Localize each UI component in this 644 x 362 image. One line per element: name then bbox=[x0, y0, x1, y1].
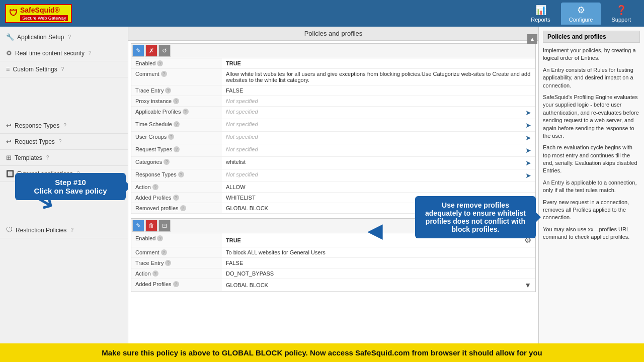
added-label: Added Profiles? bbox=[135, 281, 218, 287]
enabled-value: TRUE bbox=[226, 237, 241, 243]
sidebar-item-label: Restriction Policies bbox=[16, 227, 66, 234]
proxy-label: Proxy instance? bbox=[135, 98, 218, 104]
right-panel: Policies and profiles Implement your pol… bbox=[538, 27, 644, 343]
categories-label: Categories? bbox=[135, 159, 218, 165]
scroll-up-button[interactable]: ▲ bbox=[527, 34, 537, 44]
help-icon: ? bbox=[152, 184, 158, 190]
action-label: Action? bbox=[135, 270, 218, 277]
nav-reports[interactable]: 📊 Reports bbox=[523, 3, 558, 25]
callout-arrow-icon: ◀ bbox=[367, 219, 383, 242]
table-row: Comment? Allow white list websites for a… bbox=[131, 69, 535, 85]
content-area: Policies and profiles ✎ ✗ ↺ Enabled? TRU… bbox=[128, 27, 538, 343]
right-panel-para-5: Every new request in a connection, remov… bbox=[543, 199, 640, 222]
nav-arrow-icon[interactable]: ➤ bbox=[525, 109, 531, 117]
table-row: Added Profiles? GLOBAL BLOCK ▼ bbox=[131, 279, 535, 292]
response-icon: ↩ bbox=[6, 122, 12, 129]
nav-arrow-icon[interactable]: ➤ bbox=[525, 171, 531, 179]
edit-button-2[interactable]: ✎ bbox=[132, 220, 144, 232]
help-icon: ? bbox=[68, 34, 71, 40]
delete-button-1[interactable]: ✗ bbox=[145, 45, 157, 57]
sidebar: 🔧 Application Setup ? ⚙ Real time conten… bbox=[0, 27, 128, 343]
action-value: ALLOW bbox=[226, 184, 246, 190]
added-value: WHITELIST bbox=[226, 195, 256, 201]
sidebar-item-realtime[interactable]: ⚙ Real time content security ? bbox=[0, 45, 128, 61]
help-icon: ? bbox=[157, 60, 163, 66]
profiles-value: Not specified bbox=[226, 109, 258, 115]
external-icon: 🔲 bbox=[6, 170, 14, 177]
help-icon: ? bbox=[173, 98, 179, 104]
sidebar-item-label: Templates bbox=[15, 154, 42, 161]
sidebar-item-label: Custom Settings bbox=[13, 66, 57, 73]
table-row: User Groups? Not specified➤ bbox=[131, 132, 535, 144]
app-setup-icon: 🔧 bbox=[6, 33, 14, 41]
comment-value: To block ALL websites for General Users bbox=[226, 249, 326, 255]
help-icon: ? bbox=[61, 66, 64, 72]
sidebar-item-response-types[interactable]: ↩ Response Types ? bbox=[0, 118, 128, 134]
comment-label: Comment? bbox=[135, 71, 218, 77]
request-icon: ↩ bbox=[6, 138, 12, 145]
table-row: Comment? To block ALL websites for Gener… bbox=[131, 247, 535, 258]
realtime-icon: ⚙ bbox=[6, 49, 12, 57]
resptypes-value: Not specified bbox=[226, 171, 258, 177]
reset-button-2[interactable]: ⊟ bbox=[158, 220, 171, 232]
action-value: DO_NOT_BYPASS bbox=[226, 270, 274, 277]
sidebar-item-custom-settings[interactable]: ≡ Custom Settings ? bbox=[0, 61, 128, 77]
help-icon: ? bbox=[180, 205, 186, 211]
nav-arrow-icon[interactable]: ➤ bbox=[525, 121, 531, 129]
trace-label: Trace Entry? bbox=[135, 87, 218, 94]
proxy-value: Not specified bbox=[226, 98, 258, 104]
sidebar-item-request-types[interactable]: ↩ Request Types ? bbox=[0, 134, 128, 150]
right-panel-para-1: An Entry consists of Rules for testing a… bbox=[543, 66, 640, 89]
nav-configure-label: Configure bbox=[569, 17, 593, 23]
help-icon: ? bbox=[178, 171, 184, 177]
nav-reports-label: Reports bbox=[531, 17, 550, 23]
categories-value: whitelist bbox=[226, 159, 246, 165]
added-value: GLOBAL BLOCK bbox=[226, 282, 268, 288]
sidebar-item-application-setup[interactable]: 🔧 Application Setup ? bbox=[0, 29, 128, 45]
enabled-value: TRUE bbox=[226, 60, 241, 66]
edit-button-1[interactable]: ✎ bbox=[132, 45, 144, 57]
restriction-icon: 🛡 bbox=[6, 226, 13, 234]
sidebar-item-templates[interactable]: ⊞ Templates ? bbox=[0, 150, 128, 166]
configure-icon: ⚙ bbox=[577, 5, 585, 16]
bottom-banner: Make sure this policy is above to GLOBAL… bbox=[0, 343, 644, 362]
nav-arrow-icon[interactable]: ➤ bbox=[525, 159, 531, 167]
sidebar-item-restriction-policies[interactable]: 🛡 Restriction Policies ? bbox=[0, 222, 128, 238]
header-nav: 📊 Reports ⚙ Configure ❓ Support bbox=[523, 3, 639, 25]
trace-label: Trace Entry? bbox=[135, 260, 218, 266]
help-icon: ? bbox=[173, 195, 179, 201]
step-line1: Step #10 bbox=[23, 178, 118, 187]
help-icon: ? bbox=[63, 123, 66, 128]
nav-support[interactable]: ❓ Support bbox=[603, 3, 639, 25]
help-icon: ? bbox=[164, 159, 170, 165]
comment-value: Allow white list websites for all users … bbox=[226, 71, 530, 83]
scroll-down-icon[interactable]: ▼ bbox=[524, 281, 531, 289]
reset-button-1[interactable]: ↺ bbox=[158, 45, 171, 57]
custom-icon: ≡ bbox=[6, 65, 10, 73]
help-icon: ? bbox=[161, 249, 167, 255]
table-row: Applicable Profiles? Not specified➤ bbox=[131, 107, 535, 119]
nav-arrow-icon[interactable]: ➤ bbox=[525, 146, 531, 154]
nav-configure[interactable]: ⚙ Configure bbox=[561, 3, 601, 25]
sidebar-item-label: Application Setup bbox=[17, 34, 64, 41]
bottom-banner-text: Make sure this policy is above to GLOBAL… bbox=[102, 348, 542, 357]
comment-label: Comment? bbox=[135, 249, 218, 255]
main-container: 🔧 Application Setup ? ⚙ Real time conten… bbox=[0, 27, 644, 343]
table-row: Proxy instance? Not specified bbox=[131, 96, 535, 107]
policy-toolbar-1: ✎ ✗ ↺ bbox=[131, 44, 535, 58]
support-icon: ❓ bbox=[616, 5, 627, 16]
action-label: Action? bbox=[135, 184, 218, 190]
policy-entry-1: ✎ ✗ ↺ Enabled? TRUE Comment? Allow white… bbox=[131, 43, 536, 214]
nav-arrow-icon[interactable]: ➤ bbox=[525, 134, 531, 142]
delete-button-2[interactable]: 🗑 bbox=[145, 220, 157, 232]
table-row: Trace Entry? FALSE bbox=[131, 258, 535, 268]
help-icon: ? bbox=[165, 87, 171, 94]
step-line2: Click on Save policy bbox=[23, 187, 118, 195]
enabled-label: Enabled? bbox=[135, 235, 218, 241]
right-panel-para-2: SafeSquid's Profiling Engine evaluates y… bbox=[543, 94, 640, 140]
resptypes-label: Response Types? bbox=[135, 171, 218, 177]
help-icon: ? bbox=[183, 109, 189, 115]
sidebar-item-label: Real time content security bbox=[15, 50, 85, 57]
table-row: Time Schedule? Not specified➤ bbox=[131, 119, 535, 132]
table-row: Request Types? Not specified➤ bbox=[131, 144, 535, 157]
